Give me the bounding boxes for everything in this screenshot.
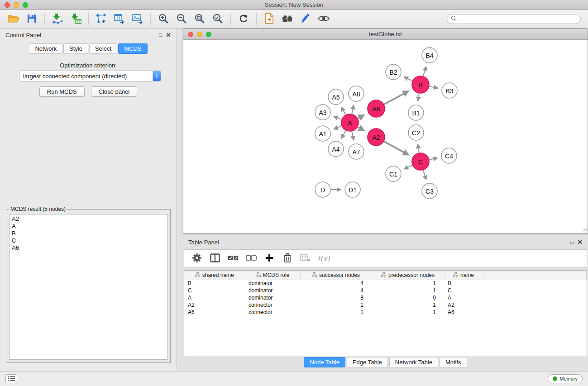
float-panel-icon[interactable]: □ bbox=[159, 32, 162, 38]
graph-node-B1[interactable]: B1 bbox=[408, 105, 424, 120]
deselect-all-button[interactable] bbox=[243, 251, 259, 266]
style-brush-button[interactable] bbox=[296, 11, 315, 27]
table-cell[interactable]: connector bbox=[245, 301, 300, 309]
close-mcds-panel-button[interactable]: Close panel bbox=[91, 86, 138, 97]
graph-node-A3[interactable]: A3 bbox=[315, 105, 330, 120]
mcds-result-item[interactable]: A2 bbox=[10, 215, 167, 223]
graph-node-B[interactable]: B bbox=[412, 76, 429, 93]
table-cell[interactable]: 4 bbox=[300, 280, 372, 287]
table-cell[interactable]: 0 bbox=[372, 294, 444, 301]
tab-edge-table[interactable]: Edge Table bbox=[347, 357, 388, 367]
column-header-name[interactable]: name bbox=[444, 271, 483, 280]
table-cell[interactable]: A bbox=[444, 294, 483, 301]
graph-node-C3[interactable]: C3 bbox=[422, 183, 437, 199]
save-session-button[interactable] bbox=[23, 11, 41, 27]
graph-node-A5[interactable]: A5 bbox=[328, 89, 344, 105]
search-field[interactable] bbox=[447, 14, 581, 24]
graph-node-A4[interactable]: A4 bbox=[328, 141, 344, 157]
export-network-button[interactable] bbox=[92, 11, 110, 27]
table-cell[interactable]: A2 bbox=[184, 301, 245, 309]
table-row[interactable]: Bdominator41B bbox=[184, 280, 587, 287]
network-canvas[interactable]: B4B2BB3A5A8A6B1A3AC2A1A2A4A7C4CC1C3DD1 bbox=[183, 40, 588, 233]
table-cell[interactable]: 8 bbox=[300, 294, 372, 301]
graph-edge-B-B4[interactable] bbox=[423, 67, 426, 76]
column-header-successor-nodes[interactable]: successor nodes bbox=[300, 271, 372, 280]
graph-edge-B-B1[interactable] bbox=[418, 94, 419, 101]
table-cell[interactable]: C bbox=[184, 287, 245, 294]
mcds-result-item[interactable]: A6 bbox=[10, 244, 167, 252]
table-cell[interactable]: 1 bbox=[372, 280, 444, 287]
graph-node-C4[interactable]: C4 bbox=[441, 148, 457, 163]
graph-node-B2[interactable]: B2 bbox=[386, 64, 401, 80]
graph-edge-A-A8[interactable] bbox=[352, 105, 354, 114]
graph-node-A[interactable]: A bbox=[341, 114, 359, 131]
add-column-button[interactable] bbox=[261, 251, 277, 266]
table-cell[interactable]: dominator bbox=[245, 280, 300, 287]
graph-edge-C-C3[interactable] bbox=[423, 170, 426, 180]
open-file-button[interactable] bbox=[260, 11, 278, 27]
import-table-button[interactable] bbox=[67, 11, 85, 27]
tab-mcds[interactable]: MCDS bbox=[118, 43, 147, 54]
graph-node-B3[interactable]: B3 bbox=[442, 83, 457, 98]
export-image-button[interactable] bbox=[129, 11, 147, 27]
graph-edge-A-A3[interactable] bbox=[334, 116, 341, 119]
table-row[interactable]: Adominator80A bbox=[184, 294, 587, 301]
resize-grip-icon[interactable] bbox=[583, 224, 587, 233]
zoom-in-button[interactable] bbox=[154, 11, 172, 27]
graph-node-B4[interactable]: B4 bbox=[422, 48, 437, 63]
graph-node-A8[interactable]: A8 bbox=[349, 86, 364, 101]
table-cell[interactable]: 1 bbox=[372, 287, 444, 294]
tab-node-table[interactable]: Node Table bbox=[304, 357, 345, 367]
zoom-out-button[interactable] bbox=[172, 11, 191, 27]
graph-node-A7[interactable]: A7 bbox=[349, 144, 364, 159]
column-header-predecessor-nodes[interactable]: predecessor nodes bbox=[372, 271, 444, 280]
zoom-selected-button[interactable] bbox=[209, 11, 227, 27]
graph-node-A6[interactable]: A6 bbox=[368, 100, 385, 117]
export-table-button[interactable] bbox=[110, 11, 129, 27]
mcds-result-item[interactable]: B bbox=[10, 230, 167, 237]
table-cell[interactable]: dominator bbox=[245, 287, 300, 294]
network-graph[interactable]: B4B2BB3A5A8A6B1A3AC2A1A2A4A7C4CC1C3DD1 bbox=[183, 40, 588, 233]
criterion-dropdown[interactable]: largest connected component (directed) ▲… bbox=[19, 71, 161, 81]
tab-style[interactable]: Style bbox=[63, 43, 88, 54]
zoom-fit-button[interactable] bbox=[191, 11, 209, 27]
table-cell[interactable]: A6 bbox=[184, 309, 245, 316]
table-cell[interactable]: A6 bbox=[444, 309, 483, 316]
table-cell[interactable]: 1 bbox=[300, 301, 372, 309]
graph-edge-A-A6[interactable] bbox=[358, 115, 364, 118]
graph-edge-C-C4[interactable] bbox=[430, 158, 438, 160]
graph-edge-C-C2[interactable] bbox=[418, 144, 419, 153]
graph-edge-A-A5[interactable] bbox=[341, 107, 345, 115]
table-cell[interactable]: 1 bbox=[372, 309, 444, 316]
table-row[interactable]: Cdominator41C bbox=[184, 287, 587, 294]
run-mcds-button[interactable]: Run MCDS bbox=[39, 86, 85, 97]
home-view-button[interactable] bbox=[278, 11, 296, 27]
table-cell[interactable]: A2 bbox=[444, 301, 483, 309]
table-cell[interactable]: A bbox=[184, 294, 245, 301]
import-network-button[interactable] bbox=[48, 11, 67, 27]
graph-edge-B-B3[interactable] bbox=[430, 86, 438, 88]
table-cell[interactable]: C bbox=[444, 287, 483, 294]
show-columns-button[interactable] bbox=[207, 251, 223, 266]
table-cell[interactable]: B bbox=[184, 280, 245, 287]
table-row[interactable]: A2connector11A2 bbox=[184, 301, 587, 309]
function-builder-button[interactable]: f(x) bbox=[316, 251, 332, 266]
table-cell[interactable]: B bbox=[444, 280, 483, 287]
graph-edge-A-A1[interactable] bbox=[334, 126, 341, 129]
graph-edge-B-B2[interactable] bbox=[404, 77, 412, 81]
close-table-panel-icon[interactable]: ✕ bbox=[577, 239, 583, 245]
graph-node-C2[interactable]: C2 bbox=[408, 125, 424, 140]
graph-edge-A-A7[interactable] bbox=[352, 132, 354, 140]
tab-motifs[interactable]: Motifs bbox=[440, 357, 467, 367]
column-header-mcds-role[interactable]: MCDS role bbox=[245, 271, 300, 280]
tab-network[interactable]: Network bbox=[29, 43, 62, 54]
tab-select[interactable]: Select bbox=[89, 43, 117, 54]
graph-node-C[interactable]: C bbox=[412, 153, 429, 170]
tab-network-table[interactable]: Network Table bbox=[389, 357, 438, 367]
table-cell[interactable]: connector bbox=[245, 309, 300, 316]
select-all-button[interactable] bbox=[225, 251, 241, 266]
table-cell[interactable]: 4 bbox=[300, 287, 372, 294]
graph-node-D[interactable]: D bbox=[315, 182, 330, 197]
memory-button[interactable]: Memory bbox=[548, 374, 583, 383]
graph-node-C1[interactable]: C1 bbox=[386, 166, 401, 181]
